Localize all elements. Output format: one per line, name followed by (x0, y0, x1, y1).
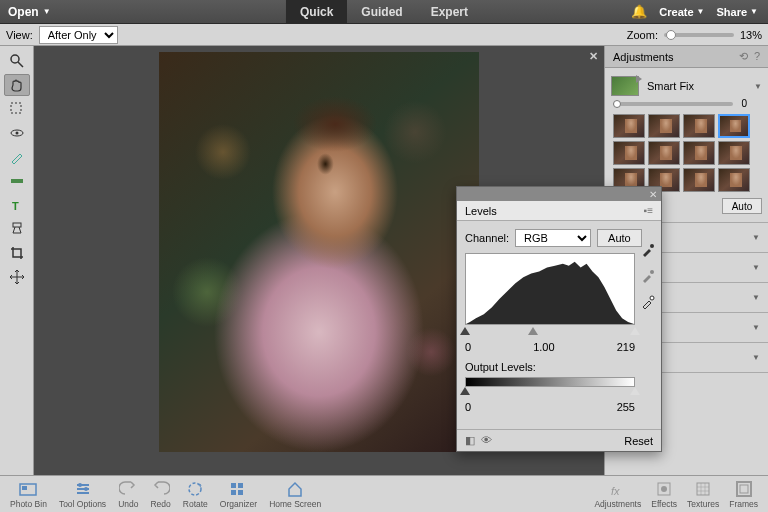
mid-point-slider[interactable] (528, 327, 538, 335)
auto-button-small[interactable]: Auto (722, 198, 762, 214)
home-button[interactable]: Home Screen (265, 480, 325, 509)
top-bar: Open ▼ Quick Guided Expert 🔔 Create▼ Sha… (0, 0, 768, 24)
document-image[interactable] (159, 52, 479, 452)
tab-guided[interactable]: Guided (347, 0, 416, 24)
preset-thumb[interactable] (613, 141, 645, 165)
channel-select[interactable]: RGB (515, 229, 591, 247)
tool-options-button[interactable]: Tool Options (55, 480, 110, 509)
svg-rect-2 (11, 103, 21, 113)
undo-button[interactable]: Undo (114, 480, 142, 509)
white-point-slider[interactable] (630, 327, 640, 335)
close-icon[interactable]: ✕ (589, 50, 598, 63)
svg-point-16 (78, 483, 82, 487)
toggle-layer-icon[interactable]: ◧ (465, 434, 475, 447)
whiten-tool[interactable] (4, 146, 30, 168)
smartfix-label: Smart Fix (647, 80, 694, 92)
eyedropper-gray-icon[interactable] (641, 269, 655, 285)
view-select[interactable]: After Only (39, 26, 118, 44)
output-gradient (465, 377, 635, 387)
zoom-tool[interactable] (4, 50, 30, 72)
out-black-slider[interactable] (460, 387, 470, 395)
preset-thumb[interactable] (718, 168, 750, 192)
svg-rect-5 (11, 179, 23, 183)
type-tool[interactable]: T (4, 194, 30, 216)
preview-icon[interactable]: 👁 (481, 434, 492, 447)
svg-point-17 (84, 487, 88, 491)
hand-tool[interactable] (4, 74, 30, 96)
adjustments-button[interactable]: fxAdjustments (590, 480, 645, 509)
tab-quick[interactable]: Quick (286, 0, 347, 24)
options-bar: View: After Only Zoom: 13% (0, 24, 768, 46)
preset-thumb[interactable] (683, 141, 715, 165)
organizer-button[interactable]: Organizer (216, 480, 261, 509)
svg-text:fx: fx (611, 485, 620, 497)
preset-thumb[interactable] (613, 114, 645, 138)
levels-titlebar[interactable]: ✕ (457, 187, 661, 201)
svg-point-4 (15, 132, 18, 135)
input-white-value: 219 (617, 341, 635, 353)
levels-dialog: ✕ Levels▪≡ Channel: RGB Auto 0 1.00 219 … (456, 186, 662, 452)
auto-button[interactable]: Auto (597, 229, 642, 247)
eyedropper-white-icon[interactable] (641, 295, 655, 311)
view-label: View: (6, 29, 33, 41)
effects-button[interactable]: Effects (647, 480, 681, 509)
output-white-value: 255 (617, 401, 635, 413)
preset-grid (611, 114, 762, 192)
redo-button[interactable]: Redo (146, 480, 174, 509)
histogram (465, 253, 635, 325)
close-icon[interactable]: ✕ (649, 189, 657, 200)
create-menu[interactable]: Create▼ (659, 6, 704, 18)
open-menu[interactable]: Open (8, 5, 39, 19)
spot-heal-tool[interactable] (4, 218, 30, 240)
eye-tool[interactable] (4, 122, 30, 144)
eyedropper-black-icon[interactable] (641, 243, 655, 259)
share-menu[interactable]: Share▼ (717, 6, 759, 18)
svg-point-18 (189, 483, 201, 495)
preset-thumb[interactable] (648, 114, 680, 138)
preset-thumb[interactable] (648, 141, 680, 165)
svg-rect-19 (231, 483, 236, 488)
svg-rect-22 (238, 490, 243, 495)
help-icon[interactable]: ? (754, 50, 760, 63)
tab-expert[interactable]: Expert (417, 0, 482, 24)
svg-rect-28 (740, 485, 748, 493)
collapse-icon[interactable]: ▼ (754, 82, 762, 91)
reset-icon[interactable]: ⟲ (739, 50, 748, 63)
move-tool[interactable] (4, 266, 30, 288)
svg-rect-12 (22, 486, 27, 490)
selection-tool[interactable] (4, 98, 30, 120)
out-white-slider[interactable] (630, 387, 640, 395)
toolbar: T (0, 46, 34, 475)
smartfix-slider[interactable]: 0 (613, 102, 733, 106)
reset-button[interactable]: Reset (624, 435, 653, 447)
preset-thumb[interactable] (718, 141, 750, 165)
black-point-slider[interactable] (460, 327, 470, 335)
straighten-tool[interactable] (4, 170, 30, 192)
frames-button[interactable]: Frames (725, 480, 762, 509)
adjustments-title: Adjustments (613, 51, 674, 63)
svg-point-0 (11, 55, 19, 63)
panel-menu-icon[interactable]: ▪≡ (644, 205, 653, 216)
svg-rect-7 (13, 223, 21, 227)
svg-rect-21 (231, 490, 236, 495)
input-sliders[interactable] (465, 327, 635, 337)
photo-bin-button[interactable]: Photo Bin (6, 480, 51, 509)
svg-point-8 (650, 244, 654, 248)
zoom-label: Zoom: (627, 29, 658, 41)
svg-rect-26 (697, 483, 709, 495)
bell-icon[interactable]: 🔔 (631, 4, 647, 19)
rotate-button[interactable]: Rotate (179, 480, 212, 509)
input-mid-value: 1.00 (533, 341, 554, 353)
textures-button[interactable]: Textures (683, 480, 723, 509)
output-sliders[interactable] (465, 387, 635, 397)
preset-thumb[interactable] (718, 114, 750, 138)
crop-tool[interactable] (4, 242, 30, 264)
output-black-value: 0 (465, 401, 471, 413)
mode-tabs: Quick Guided Expert (286, 0, 482, 24)
preset-thumb[interactable] (683, 168, 715, 192)
zoom-slider[interactable] (664, 33, 734, 37)
preset-thumb[interactable] (683, 114, 715, 138)
svg-line-1 (18, 62, 23, 67)
bottom-bar: Photo Bin Tool Options Undo Redo Rotate … (0, 475, 768, 512)
svg-point-25 (661, 486, 667, 492)
